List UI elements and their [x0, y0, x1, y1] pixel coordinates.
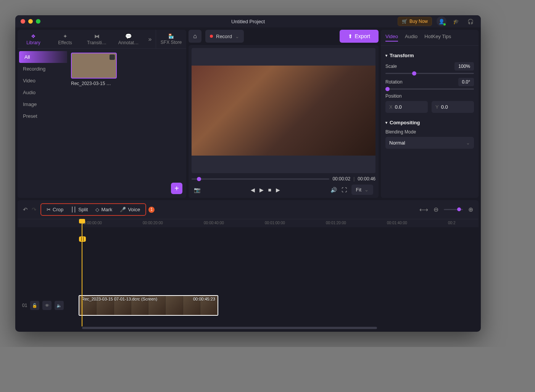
camera-icon: 📷 — [194, 187, 200, 193]
home-button[interactable]: ⌂ — [189, 30, 201, 43]
redo-button[interactable]: ↷ — [32, 206, 37, 213]
eye-icon: 👁 — [45, 303, 49, 308]
split-button[interactable]: ⎮⎮Split — [68, 205, 91, 214]
sidebar-item-image[interactable]: Image — [18, 98, 67, 110]
chevron-down-icon: ⌄ — [235, 34, 239, 39]
section-transform[interactable]: Transform — [385, 53, 474, 58]
fit-dropdown[interactable]: Fit ⌄ — [351, 185, 373, 195]
total-time: 00:00:46 — [358, 176, 375, 182]
media-clip[interactable]: Rec_2023-03-15 … — [71, 53, 117, 86]
tab-transitions[interactable]: ⧓ Transiti… — [81, 30, 113, 48]
record-button[interactable]: Record ⌄ — [205, 30, 244, 43]
zoom-in-button[interactable]: ⊕ — [468, 206, 473, 213]
plus-circle-icon: ⊕ — [468, 206, 473, 213]
speaker-icon: 🔈 — [56, 303, 62, 308]
snapshot-button[interactable]: 📷 — [194, 187, 200, 193]
rotation-value[interactable]: 0.0° — [458, 78, 474, 86]
current-time: 00:00:02 — [332, 176, 350, 182]
graduation-cap-icon: 🎓 — [453, 19, 459, 24]
video-frame — [192, 66, 375, 156]
transition-icon: ⧓ — [94, 33, 100, 39]
layers-icon: ❖ — [31, 33, 36, 39]
track-number: 01 — [22, 303, 27, 308]
voice-button[interactable]: 🎤Voice — [117, 205, 143, 214]
track-lock-button[interactable]: 🔓 — [30, 301, 39, 310]
mark-button[interactable]: ◇Mark — [92, 205, 115, 214]
fullscreen-window-icon[interactable] — [36, 19, 40, 24]
prop-tab-video[interactable]: Video — [385, 34, 398, 42]
fullscreen-button[interactable]: ⛶ — [342, 187, 347, 193]
tab-library[interactable]: ❖ Library — [18, 30, 49, 48]
chevron-down-icon: ⌄ — [466, 140, 470, 146]
rotation-label: Rotation — [385, 79, 403, 85]
play-button[interactable]: ▶ — [259, 187, 264, 193]
fit-width-icon: ⟷ — [419, 206, 428, 213]
tab-sfx-store[interactable]: 🏪 SFX Store — [156, 30, 186, 48]
undo-button[interactable]: ↶ — [23, 206, 28, 213]
support-button[interactable]: 🎧 — [466, 16, 475, 26]
crop-button[interactable]: ✂Crop — [44, 205, 66, 214]
timeline-ruler[interactable]: 00:00:00:00 00:00:20:00 00:00:40:00 00:0… — [18, 219, 479, 227]
section-compositing[interactable]: Compositing — [385, 120, 474, 125]
store-icon: 🏪 — [168, 34, 174, 39]
prop-tab-audio[interactable]: Audio — [405, 34, 417, 42]
fit-timeline-button[interactable]: ⟷ — [419, 206, 428, 213]
position-x-input[interactable]: X0.0 — [385, 101, 428, 113]
upload-icon: ⬆ — [348, 33, 353, 39]
export-button[interactable]: ⬆ Export — [340, 30, 379, 43]
clip-duration: 00:00:45:23 — [193, 297, 215, 301]
split-marker[interactable]: ⎮⎮ — [79, 236, 86, 242]
sidebar-item-preset[interactable]: Preset — [18, 110, 67, 122]
scale-value[interactable]: 100% — [454, 62, 474, 71]
prop-tab-hotkey[interactable]: HotKey Tips — [424, 34, 451, 42]
plus-icon: + — [174, 184, 179, 193]
properties-panel: Video Audio HotKey Tips Transform Scale … — [381, 30, 479, 198]
account-button[interactable]: 👤 — [437, 16, 446, 26]
position-y-input[interactable]: Y0.0 — [432, 101, 474, 113]
video-preview[interactable] — [192, 48, 375, 173]
tabs-overflow-button[interactable]: » — [144, 30, 156, 48]
minimize-window-icon[interactable] — [28, 19, 33, 24]
sidebar-item-audio[interactable]: Audio — [18, 87, 67, 98]
preview-scrubber[interactable] — [192, 178, 329, 180]
scrollbar-thumb[interactable] — [82, 327, 377, 329]
track-visibility-button[interactable]: 👁 — [42, 301, 52, 310]
playhead[interactable] — [82, 219, 82, 326]
mic-icon: 🎤 — [120, 207, 126, 212]
zoom-slider[interactable] — [444, 209, 463, 210]
sidebar-item-all[interactable]: All — [19, 51, 67, 63]
buy-now-button[interactable]: 🛒 Buy Now — [398, 17, 432, 26]
prev-frame-button[interactable]: ◀ — [251, 187, 255, 193]
sidebar-item-recording[interactable]: Recording — [18, 63, 67, 75]
track-mute-button[interactable]: 🔈 — [55, 301, 64, 310]
volume-button[interactable]: 🔊 — [330, 187, 337, 193]
tutorial-button[interactable]: 🎓 — [451, 16, 461, 26]
step-back-icon: ◀ — [251, 187, 255, 193]
next-frame-button[interactable]: ▶ — [276, 187, 280, 193]
blending-dropdown[interactable]: Normal ⌄ — [385, 137, 474, 149]
add-media-button[interactable]: + — [171, 183, 182, 194]
scrubber-thumb[interactable] — [197, 177, 201, 181]
stop-button[interactable]: ■ — [268, 187, 271, 193]
titlebar: Untitled Project 🛒 Buy Now 👤 🎓 🎧 — [15, 15, 481, 27]
clip-thumbnail — [71, 53, 117, 79]
bookmark-icon: ◇ — [95, 207, 99, 212]
tab-effects[interactable]: ✦ Effects — [49, 30, 81, 48]
tab-annotations[interactable]: 💬 Annotat… — [113, 30, 144, 48]
scale-slider[interactable] — [385, 73, 474, 74]
rotation-slider[interactable] — [385, 88, 474, 90]
timeline-clip[interactable]: Rec_2023-03-15 07-01-13.dcrc (Screen) 00… — [79, 295, 218, 316]
sidebar-item-video[interactable]: Video — [18, 75, 67, 87]
close-window-icon[interactable] — [21, 19, 25, 24]
headset-icon: 🎧 — [467, 19, 474, 24]
project-title: Untitled Project — [231, 19, 265, 24]
timeline-scrollbar[interactable] — [18, 326, 479, 329]
zoom-out-button[interactable]: ⊖ — [433, 206, 438, 213]
sparkle-icon: ✦ — [63, 33, 68, 39]
voice-badge: 1 — [148, 207, 155, 213]
online-indicator — [443, 23, 446, 26]
clip-name: Rec_2023-03-15 … — [71, 81, 117, 86]
timeline-tracks[interactable]: ⎮⎮ 01 🔓 👁 🔈 Rec_2023-03-15 07-01-13.dcrc… — [18, 227, 479, 326]
speaker-icon: 🔊 — [330, 187, 337, 193]
chevron-down-icon: ⌄ — [364, 187, 369, 193]
